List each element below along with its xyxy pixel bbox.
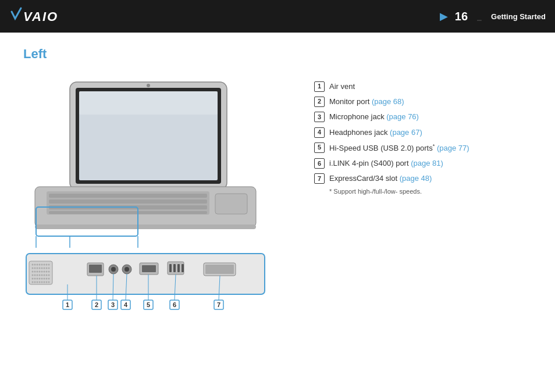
svg-point-50: [41, 275, 43, 276]
item-link-4[interactable]: (page 67): [390, 128, 422, 137]
svg-point-52: [46, 275, 48, 276]
right-column: 1 Air vent 2 Monitor port (page 68) 3 Mi…: [314, 47, 532, 316]
svg-text:1: 1: [66, 301, 69, 308]
description-list: 1 Air vent 2 Monitor port (page 68) 3 Mi…: [314, 81, 532, 184]
svg-point-68: [46, 281, 48, 283]
svg-point-37: [48, 268, 50, 269]
svg-point-58: [41, 278, 43, 280]
svg-text:VAIO: VAIO: [23, 9, 58, 24]
svg-point-43: [44, 271, 45, 273]
svg-point-66: [41, 281, 43, 283]
svg-text:2: 2: [95, 301, 98, 308]
svg-point-36: [46, 268, 48, 269]
laptop-svg: [23, 73, 268, 248]
svg-point-48: [37, 275, 38, 276]
list-item: 1 Air vent: [314, 81, 532, 92]
laptop-illustration: [23, 73, 268, 248]
vaio-logo: VAIO: [9, 6, 62, 27]
svg-point-53: [48, 275, 50, 276]
svg-point-22: [32, 264, 34, 266]
list-item: 5 Hi-Speed USB (USB 2.0) ports* (page 77…: [314, 142, 532, 154]
svg-point-65: [39, 281, 41, 283]
list-item: 2 Monitor port (page 68): [314, 97, 532, 107]
svg-text:3: 3: [111, 301, 115, 308]
svg-point-46: [32, 275, 34, 276]
svg-point-59: [44, 278, 45, 280]
svg-point-40: [37, 271, 38, 273]
item-badge-1: 1: [314, 81, 325, 92]
svg-text:7: 7: [217, 301, 220, 308]
svg-point-33: [39, 268, 41, 269]
svg-rect-84: [205, 265, 234, 274]
svg-rect-14: [35, 224, 256, 229]
svg-rect-81: [177, 264, 180, 272]
svg-point-55: [34, 278, 36, 280]
svg-point-32: [37, 268, 38, 269]
item-text-2: Monitor port (page 68): [329, 97, 404, 107]
svg-text:4: 4: [124, 301, 128, 308]
svg-point-5: [147, 84, 150, 87]
svg-point-57: [39, 278, 41, 280]
svg-point-34: [41, 268, 43, 269]
svg-text:6: 6: [173, 301, 176, 308]
main-content: Left: [0, 33, 555, 330]
svg-point-23: [34, 264, 36, 266]
svg-rect-12: [49, 211, 207, 214]
item-badge-5: 5: [314, 142, 325, 153]
item-text-6: i.LINK 4-pin (S400) port (page 81): [329, 158, 443, 169]
footnote: * Support high-/full-/low- speeds.: [314, 188, 532, 195]
svg-point-45: [48, 271, 50, 273]
svg-point-75: [124, 267, 129, 272]
item-badge-2: 2: [314, 97, 325, 107]
item-link-6[interactable]: (page 81): [411, 159, 443, 168]
svg-point-38: [32, 271, 34, 273]
svg-rect-10: [49, 199, 207, 204]
svg-point-26: [41, 264, 43, 266]
item-badge-6: 6: [314, 158, 325, 169]
svg-point-49: [39, 275, 41, 276]
svg-point-73: [111, 267, 116, 272]
item-text-1: Air vent: [329, 81, 355, 92]
list-item: 7 ExpressCard/34 slot (page 48): [314, 173, 532, 184]
svg-point-42: [41, 271, 43, 273]
svg-point-44: [46, 271, 48, 273]
item-link-3[interactable]: (page 76): [386, 112, 419, 121]
svg-point-25: [39, 264, 41, 266]
arrow-icon: ▶: [440, 10, 448, 23]
list-item: 6 i.LINK 4-pin (S400) port (page 81): [314, 158, 532, 169]
section-title: Left: [23, 47, 291, 62]
item-text-3: Microphone jack (page 76): [329, 112, 419, 122]
svg-point-41: [39, 271, 41, 273]
svg-point-35: [44, 268, 45, 269]
svg-point-64: [37, 281, 38, 283]
svg-point-67: [44, 281, 45, 283]
svg-rect-77: [142, 265, 156, 272]
svg-rect-13: [215, 194, 247, 214]
item-text-5: Hi-Speed USB (USB 2.0) ports* (page 77): [329, 142, 469, 154]
item-link-5[interactable]: (page 77): [437, 144, 469, 152]
section-label: Getting Started: [491, 12, 546, 21]
logo-area: VAIO: [9, 6, 62, 27]
page-number: 16: [455, 10, 468, 23]
divider: ⎯: [477, 12, 482, 21]
svg-point-56: [37, 278, 38, 280]
svg-point-29: [48, 264, 50, 266]
item-badge-7: 7: [314, 173, 325, 184]
header: VAIO ▶ 16 ⎯ Getting Started: [0, 0, 555, 33]
ports-detail-svg: 1 2 3 4 5 6 7: [23, 252, 268, 316]
svg-point-39: [34, 271, 36, 273]
item-link-2[interactable]: (page 68): [372, 97, 404, 106]
header-right: ▶ 16 ⎯ Getting Started: [440, 10, 546, 23]
item-link-7[interactable]: (page 48): [400, 174, 432, 183]
svg-rect-9: [49, 194, 207, 198]
item-text-4: Headphones jack (page 67): [329, 127, 422, 138]
svg-rect-79: [169, 264, 172, 272]
svg-rect-80: [173, 264, 176, 272]
svg-point-27: [44, 264, 45, 266]
svg-rect-4: [79, 91, 218, 115]
svg-point-28: [46, 264, 48, 266]
svg-rect-71: [89, 265, 102, 273]
svg-rect-82: [182, 264, 184, 272]
svg-point-24: [37, 264, 38, 266]
svg-point-30: [32, 268, 34, 269]
